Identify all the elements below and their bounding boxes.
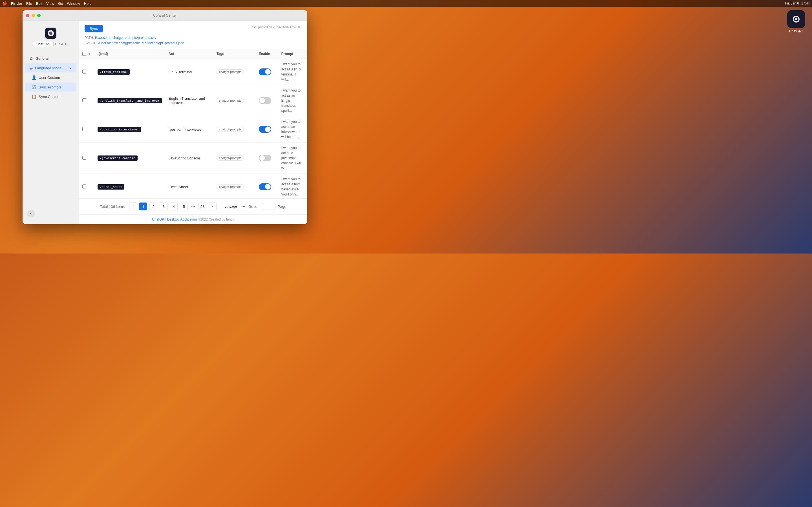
titlebar: Control Center xyxy=(22,10,307,21)
cmd-header: /{cmd} xyxy=(94,49,165,59)
svg-point-1 xyxy=(49,32,52,35)
page-2-button[interactable]: 2 xyxy=(149,203,157,210)
table-header-row: ▼ /{cmd} Act Tags Enable Prompt xyxy=(79,49,307,59)
row-enable-0 xyxy=(255,59,278,85)
page-dots: ••• xyxy=(190,205,196,209)
sidebar-item-user-custom[interactable]: 👤 User Custom xyxy=(25,73,77,82)
sidebar-submenu: 👤 User Custom 🔄 Sync Prompts 📋 Sync Cust… xyxy=(22,73,79,101)
toggle-3[interactable] xyxy=(259,155,271,161)
footer-link[interactable]: ChatGPT Desktop Application xyxy=(152,217,197,221)
menubar-view[interactable]: View xyxy=(46,1,54,6)
page-3-button[interactable]: 3 xyxy=(160,203,167,210)
sidebar-item-sync-custom[interactable]: 📋 Sync Custom xyxy=(25,92,77,101)
row-tags-2: chatgpt-prompts xyxy=(213,116,255,143)
row-checkbox-0[interactable] xyxy=(82,69,86,73)
sidebar-item-language-model[interactable]: ◎ Language Model ▲ xyxy=(25,63,77,72)
table-row: /excel_sheet Excel Sheet chatgpt-prompts… xyxy=(79,174,307,198)
row-prompt-4: I want you to act as a text based excel.… xyxy=(278,174,307,198)
tag-badge-4: chatgpt-prompts xyxy=(216,184,244,189)
page-28-button[interactable]: 28 xyxy=(199,203,206,210)
language-model-icon: ◎ xyxy=(29,66,33,70)
row-tags-0: chatgpt-prompts xyxy=(213,59,255,85)
minimize-button[interactable] xyxy=(32,14,35,17)
close-button[interactable] xyxy=(26,14,29,17)
row-prompt-1: I want you to act as an English translat… xyxy=(278,85,307,116)
sidebar-version: 0.7.4 xyxy=(55,42,63,46)
row-enable-4 xyxy=(255,174,278,198)
window-controls xyxy=(26,14,41,17)
select-all-checkbox[interactable] xyxy=(82,52,86,56)
per-page-select[interactable]: 5 / page 10 / page 20 / page xyxy=(221,203,246,210)
table-row: /position_interviewer `position` Intervi… xyxy=(79,116,307,143)
path-value: f/awesome-chatgpt-prompts/prompts.csv xyxy=(95,36,156,40)
page-1-button[interactable]: 1 xyxy=(139,203,147,210)
menubar-window[interactable]: Window xyxy=(67,1,80,6)
sidebar-version-row: ChatGPT 0.7.4 ⟳ xyxy=(33,41,68,47)
select-all-header: ▼ xyxy=(79,49,94,59)
general-icon: 🖥 xyxy=(29,56,33,61)
row-prompt-2: I want you to act as an interviewer. I w… xyxy=(278,116,307,143)
apple-logo-icon[interactable]: 🍎 xyxy=(2,1,7,6)
sync-prompts-icon: 🔄 xyxy=(32,85,36,89)
menubar-file[interactable]: File xyxy=(26,1,32,6)
header-chevron-icon: ▼ xyxy=(88,52,91,55)
act-header: Act xyxy=(165,49,213,59)
row-cmd-2: /position_interviewer xyxy=(94,116,165,143)
maximize-button[interactable] xyxy=(37,14,41,17)
row-prompt-3: I want you to act as a javascript consol… xyxy=(278,143,307,174)
app-window: Control Center ChatGPT 0.7.4 ⟳ xyxy=(22,10,307,224)
table-row: /javascript_console JavaScript Console c… xyxy=(79,143,307,174)
menubar: 🍎 Finder File Edit View Go Window Help F… xyxy=(0,0,406,7)
sidebar-menu: 🖥 General ◎ Language Model ▲ 👤 User Cust… xyxy=(22,52,79,103)
refresh-icon[interactable]: ⟳ xyxy=(65,42,68,46)
sidebar-item-general[interactable]: 🖥 General xyxy=(25,54,77,63)
sidebar-sync-custom-label: Sync Custom xyxy=(39,95,60,99)
next-page-button[interactable]: › xyxy=(209,203,216,210)
toggle-1[interactable] xyxy=(259,97,271,104)
sync-custom-icon: 📋 xyxy=(32,94,36,99)
row-checkbox-2[interactable] xyxy=(82,127,86,131)
sync-button[interactable]: Sync xyxy=(85,25,103,33)
sidebar-logo-area: ChatGPT 0.7.4 ⟳ xyxy=(22,25,79,52)
sidebar: ChatGPT 0.7.4 ⟳ 🖥 General ◎ Language Mod… xyxy=(22,21,79,224)
table-row: /linux_terminal Linux Terminal chatgpt-p… xyxy=(79,59,307,85)
goto-label: Go to xyxy=(248,205,257,209)
cmd-badge-1: /english_translator_and_improver xyxy=(98,98,162,103)
last-updated-text: Last updated on 2023-01-06 17:43:07 xyxy=(250,25,302,29)
cache-label: CACHE: xyxy=(85,41,97,45)
toggle-0[interactable] xyxy=(259,68,271,75)
sidebar-general-label: General xyxy=(36,56,49,61)
menubar-go[interactable]: Go xyxy=(58,1,63,6)
collapse-sidebar-button[interactable]: < xyxy=(27,210,35,217)
menubar-help[interactable]: Help xyxy=(84,1,92,6)
page-5-button[interactable]: 5 xyxy=(180,203,188,210)
row-prompt-0: I want you to act as a linux terminal. I… xyxy=(278,59,307,85)
table-body: /linux_terminal Linux Terminal chatgpt-p… xyxy=(79,59,307,198)
menubar-edit[interactable]: Edit xyxy=(36,1,42,6)
row-act-3: JavaScript Console xyxy=(165,143,213,174)
row-checkbox-cell xyxy=(79,174,94,198)
page-label: Page xyxy=(278,205,286,209)
cache-value: /Users/lencx/.chatgpt/cache_model/chatgp… xyxy=(98,41,185,45)
sidebar-language-model-label: Language Model xyxy=(35,66,62,70)
prompt-text-3: I want you to act as a javascript consol… xyxy=(282,146,301,170)
window-title: Control Center xyxy=(153,13,177,17)
row-checkbox-4[interactable] xyxy=(82,184,86,188)
prev-page-button[interactable]: ‹ xyxy=(129,203,137,210)
row-act-4: Excel Sheet xyxy=(165,174,213,198)
row-checkbox-3[interactable] xyxy=(82,156,86,160)
tag-badge-1: chatgpt-prompts xyxy=(216,98,244,103)
cmd-badge-0: /linux_terminal xyxy=(98,69,130,75)
page-4-button[interactable]: 4 xyxy=(170,203,177,210)
row-checkbox-cell xyxy=(79,59,94,85)
table-container: ▼ /{cmd} Act Tags Enable Prompt xyxy=(79,49,307,198)
toggle-2[interactable] xyxy=(259,126,271,133)
sidebar-app-name: ChatGPT xyxy=(33,41,53,47)
toggle-4[interactable] xyxy=(259,183,271,190)
goto-input[interactable] xyxy=(262,203,275,210)
sidebar-item-sync-prompts[interactable]: 🔄 Sync Prompts xyxy=(25,82,77,92)
row-cmd-1: /english_translator_and_improver xyxy=(94,85,165,116)
row-enable-1 xyxy=(255,85,278,116)
row-act-1: English Translator and Improver xyxy=(165,85,213,116)
row-checkbox-1[interactable] xyxy=(82,98,86,102)
